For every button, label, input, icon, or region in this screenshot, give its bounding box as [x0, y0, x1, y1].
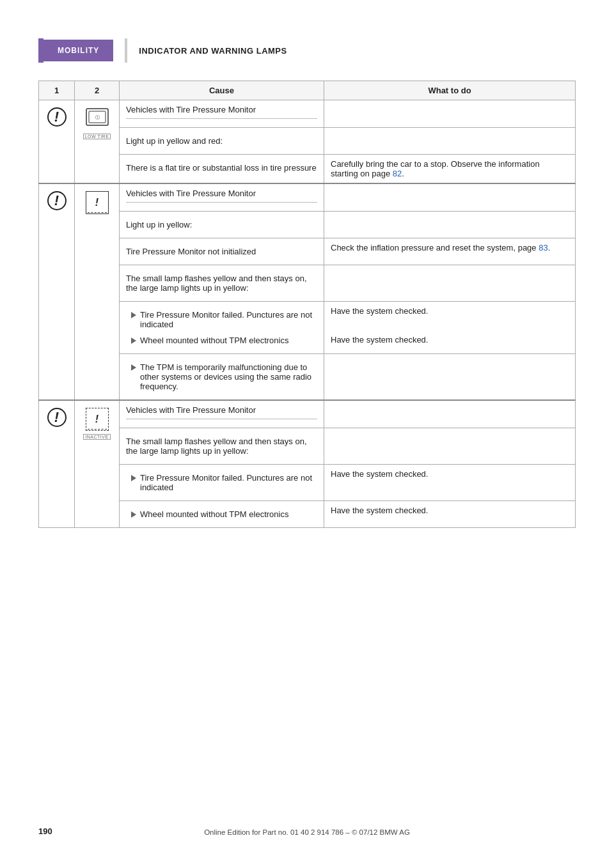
what-cell-row3-bullet2: Have the system checked. — [324, 501, 576, 528]
col-header-1: 1 — [39, 81, 75, 100]
tire-icon-cell: Ⓘ LOW TIRE — [81, 105, 113, 139]
bullet-triangle — [131, 312, 136, 318]
what-bullet1: Have the system checked. — [331, 306, 569, 316]
icon-col-1-row3: ! — [39, 400, 75, 528]
section-title-3: Vehicles with Tire Pressure Monitor — [126, 405, 317, 419]
exclaim-inactive-icon: ! — [86, 408, 109, 431]
bullet-item-row3-1: Tire Pressure Monitor failed. Punctures … — [131, 473, 317, 492]
table-row: Light up in yellow: — [39, 212, 576, 238]
page-wrapper: MOBILITY INDICATOR AND WARNING LAMPS 1 2… — [0, 0, 614, 868]
what-cell-row2-initialized: Check the inflation pressure and reset t… — [324, 238, 576, 265]
col-header-cause: Cause — [120, 81, 324, 100]
what-cell-row2-title — [324, 183, 576, 212]
what-cell-row2-sublabel — [324, 212, 576, 238]
cause-cell-row3-bullet2: Wheel mounted without TPM electronics — [120, 501, 324, 528]
cause-cell-row3-title: Vehicles with Tire Pressure Monitor — [120, 400, 324, 428]
footer-copyright: Online Edition for Part no. 01 40 2 914 … — [0, 828, 614, 836]
cause-cell-row1-sublabel: Light up in yellow and red: — [120, 128, 324, 155]
exclaim-inactive-inner: ! — [95, 414, 98, 425]
page-83-link[interactable]: 83 — [539, 243, 547, 252]
what-to-do: Carefully bring the car to a stop. Obser… — [331, 159, 569, 178]
dashed-underline — [88, 212, 107, 213]
exclamation-icon-3: ! — [47, 408, 67, 427]
exclamation-icon: ! — [47, 107, 67, 127]
svg-text:Ⓘ: Ⓘ — [95, 115, 99, 120]
icon-cell-1: ! — [45, 105, 68, 127]
what-cell-row3-title — [324, 400, 576, 428]
table-row: ! Ⓘ LOW TIRE Vehicles with — [39, 100, 576, 128]
table-row: The small lamp flashes yellow and then s… — [39, 428, 576, 465]
icon-col-1-row1: ! — [39, 100, 75, 184]
col-header-what: What to do — [324, 81, 576, 100]
what-cell-row1-sublabel — [324, 128, 576, 155]
exclaim-box-icon: ! — [86, 191, 109, 214]
table-row: Wheel mounted without TPM electronics Ha… — [39, 501, 576, 528]
cause-cell-row2-sublabel: Light up in yellow: — [120, 212, 324, 238]
flash-label: The small lamp flashes yellow and then s… — [126, 274, 317, 293]
cause-cell-row1-main: There is a flat tire or substantial loss… — [120, 155, 324, 184]
exclaim-inactive-cell: ! INACTIVE — [81, 405, 113, 440]
section-title-2: Vehicles with Tire Pressure Monitor — [126, 189, 317, 203]
section-label: MOBILITY — [43, 40, 113, 61]
header-color-bar — [38, 38, 43, 63]
bullet-item-1: Tire Pressure Monitor failed. Punctures … — [131, 310, 317, 329]
cause-cell-row2-flashlabel: The small lamp flashes yellow and then s… — [120, 265, 324, 302]
page-title: INDICATOR AND WARNING LAMPS — [139, 46, 287, 56]
main-table: 1 2 Cause What to do ! — [38, 81, 576, 528]
bullet-text-row3-2: Wheel mounted without TPM electronics — [140, 509, 288, 519]
icon-cell-2: ! — [45, 189, 68, 210]
bullet-triangle-2 — [131, 337, 136, 344]
bullet-item-3: The TPM is temporarily malfunctioning du… — [131, 362, 317, 391]
bullet-text-3: The TPM is temporarily malfunctioning du… — [140, 362, 317, 391]
table-row: ! ! Vehicles with Tire Pressure Monitor — [39, 183, 576, 212]
inactive-label: INACTIVE — [83, 434, 110, 440]
bullet-text-2: Wheel mounted without TPM electronics — [140, 336, 288, 345]
col-header-2: 2 — [75, 81, 120, 100]
header-divider — [125, 38, 127, 63]
table-row: Tire Pressure Monitor not initialized Ch… — [39, 238, 576, 265]
sub-label-3: The small lamp flashes yellow and then s… — [126, 437, 317, 456]
what-cell-row2-bullet3 — [324, 354, 576, 401]
cause-cell-row3-bullet1: Tire Pressure Monitor failed. Punctures … — [120, 465, 324, 501]
what-cell-row3-bullet1: Have the system checked. — [324, 465, 576, 501]
page-82-link[interactable]: 82 — [393, 169, 402, 178]
tire-icon-svg: Ⓘ — [85, 107, 109, 130]
table-row: The small lamp flashes yellow and then s… — [39, 265, 576, 302]
low-tire-label: LOW TIRE — [83, 134, 111, 139]
what-cell-row2-flashlabel — [324, 265, 576, 302]
dashed-underline-inactive — [88, 428, 107, 430]
exclaim-inner: ! — [95, 197, 98, 208]
exclamation-icon-2: ! — [47, 191, 67, 210]
what-cell-row1-main: Carefully bring the car to a stop. Obser… — [324, 155, 576, 184]
icon-col-1-row2: ! — [39, 183, 75, 400]
icon-col-2-row2: ! — [75, 183, 120, 400]
table-row: Tire Pressure Monitor failed. Punctures … — [39, 465, 576, 501]
cause-cell-row1-title: Vehicles with Tire Pressure Monitor — [120, 100, 324, 128]
exclaim-box-cell: ! — [81, 189, 113, 214]
bullet-triangle-row3-2 — [131, 511, 136, 518]
what-row3-bullet2: Have the system checked. — [331, 506, 569, 515]
bullet-text-1: Tire Pressure Monitor failed. Punctures … — [140, 310, 317, 329]
bullet-text-row3-1: Tire Pressure Monitor failed. Punctures … — [140, 473, 317, 492]
what-cell-row3-sublabel — [324, 428, 576, 465]
bullet-triangle-3 — [131, 364, 136, 371]
bullet-item-row3-2: Wheel mounted without TPM electronics — [131, 509, 317, 519]
table-row: Tire Pressure Monitor failed. Punctures … — [39, 302, 576, 354]
cause-cell-row2-bullet1: Tire Pressure Monitor failed. Punctures … — [120, 302, 324, 354]
table-row: There is a flat tire or substantial loss… — [39, 155, 576, 184]
sub-label-text: Light up in yellow and red: — [126, 136, 317, 146]
bullet-item-2: Wheel mounted without TPM electronics — [131, 336, 317, 345]
header: MOBILITY INDICATOR AND WARNING LAMPS — [38, 38, 576, 63]
what-initialized: Check the inflation pressure and reset t… — [331, 243, 569, 252]
icon-col-2-row3: ! INACTIVE — [75, 400, 120, 528]
icon-col-2-row1: Ⓘ LOW TIRE — [75, 100, 120, 184]
icon-cell-3: ! — [45, 405, 68, 427]
what-row3-bullet1: Have the system checked. — [331, 469, 569, 479]
sub-label-2: Light up in yellow: — [126, 220, 317, 229]
cause-cell-row2-bullet3: The TPM is temporarily malfunctioning du… — [120, 354, 324, 401]
cause-cell-row3-sublabel: The small lamp flashes yellow and then s… — [120, 428, 324, 465]
table-row: ! ! INACTIVE Vehicles with Tire Pressure… — [39, 400, 576, 428]
what-cell-row1-title — [324, 100, 576, 128]
cause-cell-row2-initialized: Tire Pressure Monitor not initialized — [120, 238, 324, 265]
what-cell-row2-bullets12: Have the system checked. Have the system… — [324, 302, 576, 354]
